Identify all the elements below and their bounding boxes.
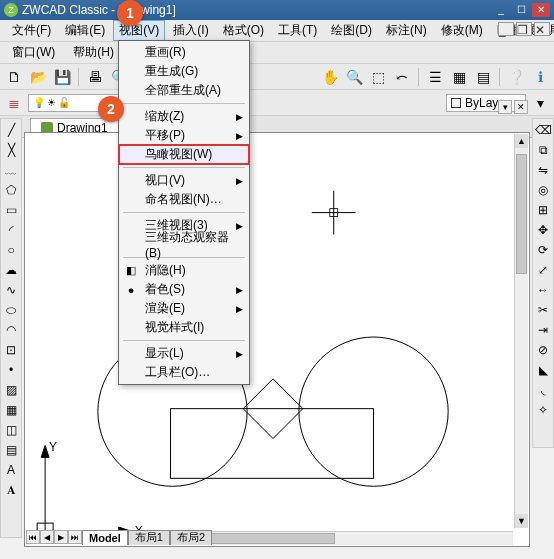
menu-item-工具栏o[interactable]: 工具栏(O)… [119, 363, 249, 382]
mdi-close-button[interactable]: ✕ [534, 22, 550, 36]
new-icon[interactable]: 🗋 [4, 67, 24, 87]
vertical-scrollbar[interactable]: ▲ ▼ [514, 134, 528, 528]
tab-first-icon[interactable]: ⏮ [26, 530, 40, 544]
submenu-arrow-icon: ▶ [236, 176, 243, 186]
layout-tab-2[interactable]: 布局2 [170, 530, 212, 545]
ellipse-arc-icon[interactable]: ◠ [2, 321, 20, 339]
drawing-canvas[interactable]: X Y ▲ ▼ ⏮ ◀ ▶ ⏭ Model 布局1 布局2 [24, 132, 530, 547]
scroll-down-icon[interactable]: ▼ [515, 514, 528, 528]
polygon-icon[interactable]: ⬠ [2, 181, 20, 199]
menu-item-鸟瞰视图w[interactable]: 鸟瞰视图(W) [119, 145, 249, 164]
menu-item-label: 消隐(H) [145, 262, 186, 279]
polyline-icon[interactable]: ﹏ [2, 161, 20, 179]
revision-cloud-icon[interactable]: ☁ [2, 261, 20, 279]
gradient-icon[interactable]: ▦ [2, 401, 20, 419]
tab-close-icon[interactable]: ✕ [514, 100, 528, 114]
close-button[interactable]: ✕ [532, 3, 550, 17]
menu-edit[interactable]: 编辑(E) [59, 20, 111, 41]
rotate-icon[interactable]: ⟳ [534, 241, 552, 259]
chamfer-icon[interactable]: ◣ [534, 361, 552, 379]
layout-tab-1[interactable]: 布局1 [128, 530, 170, 545]
zoom-rt-icon[interactable]: 🔍 [344, 67, 364, 87]
menu-item-着色s[interactable]: ●着色(S)▶ [119, 280, 249, 299]
text-icon[interactable]: A [2, 461, 20, 479]
tab-last-icon[interactable]: ⏭ [68, 530, 82, 544]
circle-icon[interactable]: ○ [2, 241, 20, 259]
menu-help[interactable]: 帮助(H) [67, 42, 120, 63]
xline-icon[interactable]: ╳ [2, 141, 20, 159]
menu-file[interactable]: 文件(F) [6, 20, 57, 41]
tab-next-icon[interactable]: ▶ [54, 530, 68, 544]
menu-dim[interactable]: 标注(N) [380, 20, 433, 41]
stretch-icon[interactable]: ↔ [534, 281, 552, 299]
menu-item-渲染e[interactable]: 渲染(E)▶ [119, 299, 249, 318]
fillet-icon[interactable]: ◟ [534, 381, 552, 399]
mdi-restore-button[interactable]: ❐ [516, 22, 532, 36]
pan-icon[interactable]: ✋ [320, 67, 340, 87]
menu-item-三维动态观察器b[interactable]: 三维动态观察器(B) [119, 235, 249, 254]
linetype-dropdown-icon[interactable]: ▾ [530, 93, 550, 113]
scroll-up-icon[interactable]: ▲ [515, 134, 528, 148]
zoom-win-icon[interactable]: ⬚ [368, 67, 388, 87]
zoom-prev-icon[interactable]: ⤺ [392, 67, 412, 87]
array-icon[interactable]: ⊞ [534, 201, 552, 219]
copy-obj-icon[interactable]: ⧉ [534, 141, 552, 159]
minimize-button[interactable]: _ [492, 3, 510, 17]
table-icon[interactable]: ▤ [2, 441, 20, 459]
save-icon[interactable]: 💾 [52, 67, 72, 87]
layer-manager-icon[interactable]: ≣ [4, 93, 24, 113]
menu-item-命名视图n[interactable]: 命名视图(N)… [119, 190, 249, 209]
help-icon[interactable]: ❔ [506, 67, 526, 87]
block-icon[interactable]: ⊡ [2, 341, 20, 359]
menu-draw[interactable]: 绘图(D) [325, 20, 378, 41]
menu-format[interactable]: 格式(O) [217, 20, 270, 41]
mdi-minimize-button[interactable]: _ [498, 22, 514, 36]
ellipse-icon[interactable]: ⬭ [2, 301, 20, 319]
menu-item-重生成g[interactable]: 重生成(G) [119, 62, 249, 81]
extend-icon[interactable]: ⇥ [534, 321, 552, 339]
hatch-icon[interactable]: ▨ [2, 381, 20, 399]
tool-palette-icon[interactable]: ▤ [473, 67, 493, 87]
menu-item-缩放z[interactable]: 缩放(Z)▶ [119, 107, 249, 126]
line-icon[interactable]: ╱ [2, 121, 20, 139]
arc-icon[interactable]: ◜ [2, 221, 20, 239]
rectangle-icon[interactable]: ▭ [2, 201, 20, 219]
scale-icon[interactable]: ⤢ [534, 261, 552, 279]
menu-item-重画r[interactable]: 重画(R) [119, 43, 249, 62]
open-icon[interactable]: 📂 [28, 67, 48, 87]
spline-icon[interactable]: ∿ [2, 281, 20, 299]
move-icon[interactable]: ✥ [534, 221, 552, 239]
menu-modify[interactable]: 修改(M) [435, 20, 489, 41]
tab-list-icon[interactable]: ▾ [498, 100, 512, 114]
menu-insert[interactable]: 插入(I) [167, 20, 214, 41]
props-icon[interactable]: ☰ [425, 67, 445, 87]
menu-item-平移p[interactable]: 平移(P)▶ [119, 126, 249, 145]
separator [78, 68, 79, 86]
trim-icon[interactable]: ✂ [534, 301, 552, 319]
erase-icon[interactable]: ⌫ [534, 121, 552, 139]
menu-item-显示l[interactable]: 显示(L)▶ [119, 344, 249, 363]
menu-separator [123, 103, 245, 104]
maximize-button[interactable]: ☐ [512, 3, 530, 17]
menu-item-消隐h[interactable]: ◧消隐(H) [119, 261, 249, 280]
menu-item-全部重生成a[interactable]: 全部重生成(A) [119, 81, 249, 100]
menu-tools[interactable]: 工具(T) [272, 20, 323, 41]
design-center-icon[interactable]: ▦ [449, 67, 469, 87]
menu-item-视觉样式i[interactable]: 视觉样式(I) [119, 318, 249, 337]
break-icon[interactable]: ⊘ [534, 341, 552, 359]
menu-item-视口v[interactable]: 视口(V)▶ [119, 171, 249, 190]
menu-window[interactable]: 窗口(W) [6, 42, 61, 63]
menu-bar-2: 窗口(W) 帮助(H) [0, 42, 554, 64]
mirror-icon[interactable]: ⇋ [534, 161, 552, 179]
tab-prev-icon[interactable]: ◀ [40, 530, 54, 544]
point-icon[interactable]: • [2, 361, 20, 379]
scroll-thumb-v[interactable] [516, 154, 527, 274]
menu-item-label: 三维动态观察器(B) [145, 229, 243, 260]
info-icon[interactable]: ℹ [530, 67, 550, 87]
region-icon[interactable]: ◫ [2, 421, 20, 439]
explode-icon[interactable]: ✧ [534, 401, 552, 419]
layout-tab-model[interactable]: Model [82, 530, 128, 545]
mtext-icon[interactable]: 𝐀 [2, 481, 20, 499]
print-icon[interactable]: 🖶 [85, 67, 105, 87]
offset-icon[interactable]: ◎ [534, 181, 552, 199]
